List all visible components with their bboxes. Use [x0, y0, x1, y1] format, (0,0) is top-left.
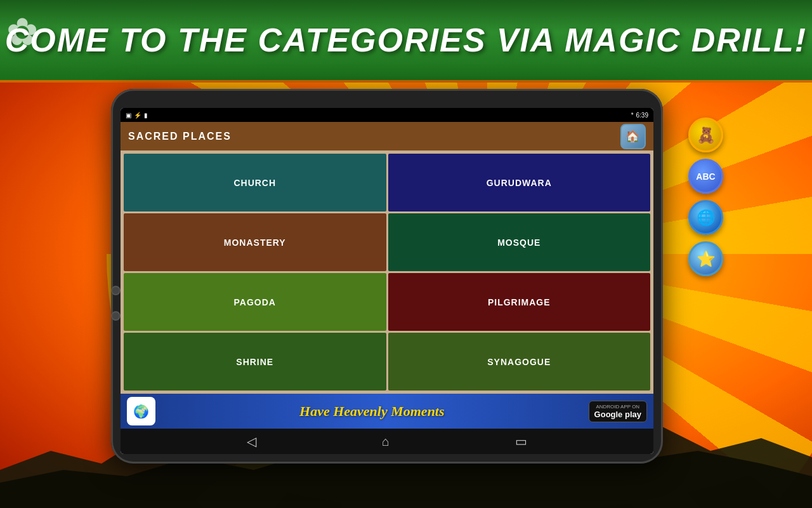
category-mosque[interactable]: MOSQUE [388, 213, 651, 271]
store-name: Google play [594, 410, 641, 419]
grid-row-3: SHRINE SYNAGOGUE [124, 333, 650, 391]
ad-banner[interactable]: 🌍 Have Heavenly Moments ANDROID APP ON G… [121, 394, 653, 429]
app-header: SACRED PLACES 🏠 [121, 122, 653, 150]
time-display: 6:39 [636, 112, 648, 119]
signal-icon: ⚡ [134, 112, 141, 119]
category-shrine[interactable]: SHRINE [124, 333, 386, 391]
grid-row-0: CHURCH GURUDWARA [124, 154, 650, 211]
tablet-camera [111, 286, 121, 295]
dandelion-decoration: ✿ [6, 10, 38, 54]
recent-button[interactable]: ▭ [515, 434, 527, 449]
grid-row-1: MONASTERY MOSQUE [124, 213, 650, 271]
right-side-buttons: 🧸 ABC 🌐 ⭐ [688, 117, 723, 276]
battery-icon: ▮ [144, 112, 148, 119]
banner-title: COME TO THE CATEGORIES VIA MAGIC DRILL! [5, 21, 807, 59]
home-nav-button[interactable]: ⌂ [382, 434, 390, 449]
category-monastery[interactable]: MONASTERY [124, 213, 386, 271]
status-left-icons: ▣ ⚡ ▮ [126, 112, 148, 119]
tablet-device: ▣ ⚡ ▮ * 6:39 SACRED PLACES 🏠 CHURCH GURU… [111, 89, 663, 464]
tablet-side-button[interactable] [111, 311, 121, 321]
home-button[interactable]: 🏠 [620, 124, 646, 149]
store-label: ANDROID APP ON [596, 404, 639, 410]
category-synagogue[interactable]: SYNAGOGUE [388, 333, 651, 391]
top-banner: ✿ COME TO THE CATEGORIES VIA MAGIC DRILL… [0, 0, 812, 83]
grid-row-2: PAGODA PILGRIMAGE [124, 273, 650, 331]
figure-button[interactable]: 🧸 [688, 117, 723, 152]
abc-button[interactable]: ABC [688, 159, 723, 194]
category-grid: CHURCH GURUDWARA MONASTERY MOSQUE PAGODA [121, 150, 653, 394]
back-button[interactable]: ◁ [247, 434, 256, 449]
bluetooth-icon: * [631, 112, 634, 119]
star-button[interactable]: ⭐ [688, 241, 723, 276]
wifi-icon: ▣ [126, 112, 131, 119]
category-title: SACRED PLACES [128, 131, 232, 142]
google-play-button[interactable]: ANDROID APP ON Google play [589, 401, 647, 422]
status-bar: ▣ ⚡ ▮ * 6:39 [121, 108, 653, 122]
tablet-screen: ▣ ⚡ ▮ * 6:39 SACRED PLACES 🏠 CHURCH GURU… [121, 108, 653, 454]
status-right-icons: * 6:39 [631, 112, 648, 119]
category-pagoda[interactable]: PAGODA [124, 273, 386, 331]
globe-button[interactable]: 🌐 [688, 200, 723, 235]
category-church[interactable]: CHURCH [124, 154, 386, 211]
category-gurudwara[interactable]: GURUDWARA [388, 154, 651, 211]
ad-logo: 🌍 [127, 397, 155, 425]
ad-text: Have Heavenly Moments [299, 403, 445, 420]
category-pilgrimage[interactable]: PILGRIMAGE [388, 273, 651, 331]
nav-bar: ◁ ⌂ ▭ [121, 429, 653, 454]
